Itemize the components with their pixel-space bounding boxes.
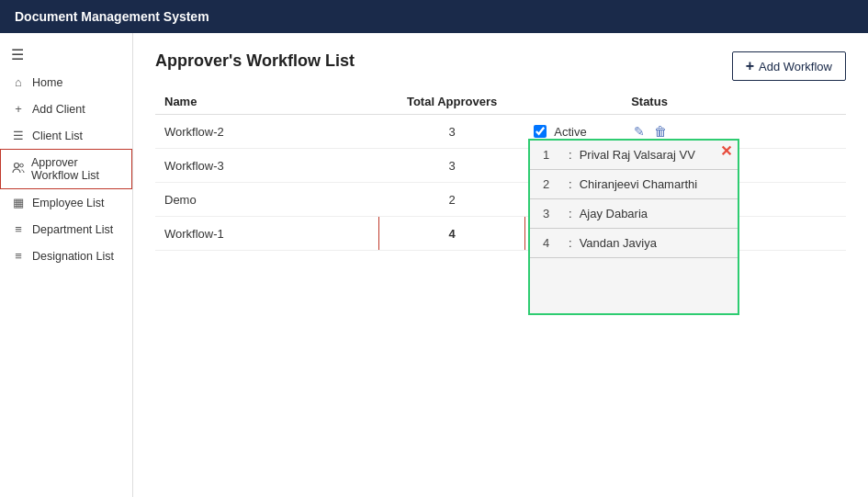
approver-separator: : xyxy=(569,236,572,250)
status-checkbox[interactable] xyxy=(534,125,547,138)
sidebar-item-approver-workflow-list[interactable]: Approver Workflow List xyxy=(0,149,132,189)
popup-close-button[interactable]: ✕ xyxy=(720,144,732,159)
approver-num: 4 xyxy=(543,236,561,250)
approver-name: Chiranjeevi Chamarthi xyxy=(580,177,698,191)
svg-point-0 xyxy=(15,163,19,167)
approver-separator: : xyxy=(569,177,572,191)
main-area: ☰ ⌂ Home + Add Client ☰ Client List xyxy=(0,33,868,497)
table-row: Workflow-2 3 Active ✎ 🗑 xyxy=(155,115,846,149)
sidebar-item-label: Employee List xyxy=(32,197,105,209)
sidebar: ☰ ⌂ Home + Add Client ☰ Client List xyxy=(0,33,133,497)
approver-icon xyxy=(12,162,25,177)
sidebar-item-label: Home xyxy=(32,76,62,89)
plus-icon: + xyxy=(11,102,26,116)
sidebar-item-employee-list[interactable]: ▦ Employee List xyxy=(0,189,132,216)
sidebar-item-label: Add Client xyxy=(32,103,85,116)
col-header-status xyxy=(524,89,622,115)
list-icon: ☰ xyxy=(11,129,26,142)
approver-separator: : xyxy=(569,207,572,220)
approver-num: 2 xyxy=(543,177,561,191)
approver-name: Ajay Dabaria xyxy=(580,207,648,220)
sidebar-item-client-list[interactable]: ☰ Client List xyxy=(0,122,132,149)
sidebar-item-label: Department List xyxy=(32,223,113,236)
edit-icon[interactable]: ✎ xyxy=(631,124,648,139)
desig-icon: ≡ xyxy=(11,249,26,263)
approver-num: 1 xyxy=(543,148,561,162)
total-approvers: 2 xyxy=(379,183,524,217)
grid-icon: ▦ xyxy=(11,196,26,209)
dept-icon: ≡ xyxy=(11,222,26,236)
table-row: Workflow-3 3 Active ✎ 🗑 xyxy=(155,149,846,183)
workflow-name: Workflow-1 xyxy=(155,217,379,251)
content-area: Approver's Workflow List + Add Workflow … xyxy=(133,33,868,497)
popup-approver-item: 3 : Ajay Dabaria xyxy=(530,199,738,229)
workflow-name: Workflow-2 xyxy=(155,115,379,149)
sidebar-item-department-list[interactable]: ≡ Department List xyxy=(0,216,132,243)
add-icon: + xyxy=(746,58,754,74)
sidebar-item-label: Designation List xyxy=(32,250,114,263)
app-title: Document Management System xyxy=(15,9,209,24)
approver-separator: : xyxy=(569,148,572,162)
approvers-popup: ✕ 1 : Prival Raj Valsaraj VV 2 : Chiranj… xyxy=(528,139,739,315)
app-container: Document Management System ☰ ⌂ Home + Ad… xyxy=(0,0,868,497)
workflow-name: Workflow-3 xyxy=(155,149,379,183)
table-row: Workflow-1 4 Active ✎ 🗑 xyxy=(155,217,846,251)
delete-icon[interactable]: 🗑 xyxy=(651,124,670,139)
add-workflow-button[interactable]: + Add Workflow xyxy=(732,51,846,81)
svg-point-1 xyxy=(20,164,24,167)
workflow-name: Demo xyxy=(155,183,379,217)
sidebar-item-label: Approver Workflow List xyxy=(31,156,120,182)
hamburger-menu[interactable]: ☰ xyxy=(0,40,132,69)
popup-approver-item: 4 : Vandan Javiya xyxy=(530,229,738,258)
col-header-name: Name xyxy=(155,89,379,115)
approver-name: Vandan Javiya xyxy=(580,236,657,250)
approver-name: Prival Raj Valsaraj VV xyxy=(580,148,695,162)
status-label: Active xyxy=(554,125,586,139)
total-approvers: 3 xyxy=(379,149,524,183)
sidebar-item-label: Client List xyxy=(32,130,83,142)
add-workflow-label: Add Workflow xyxy=(759,60,832,73)
sidebar-item-home[interactable]: ⌂ Home xyxy=(0,69,132,96)
total-approvers: 3 xyxy=(379,115,524,149)
app-header: Document Management System xyxy=(0,0,868,33)
popup-empty-space xyxy=(530,258,738,313)
col-header-total-approvers: Total Approvers xyxy=(379,89,524,115)
popup-approver-item: 2 : Chiranjeevi Chamarthi xyxy=(530,170,738,199)
popup-approver-item: 1 : Prival Raj Valsaraj VV xyxy=(530,141,738,170)
sidebar-item-add-client[interactable]: + Add Client xyxy=(0,96,132,122)
total-approvers-highlighted: 4 xyxy=(379,217,524,251)
approver-num: 3 xyxy=(543,207,561,220)
table-row: Demo 2 Inactive ✎ 🗑 xyxy=(155,183,846,217)
workflow-table: Name Total Approvers Status Workflow-2 3 xyxy=(155,89,846,251)
col-header-status-label: Status xyxy=(622,89,846,115)
home-icon: ⌂ xyxy=(11,75,26,89)
sidebar-item-designation-list[interactable]: ≡ Designation List xyxy=(0,243,132,269)
